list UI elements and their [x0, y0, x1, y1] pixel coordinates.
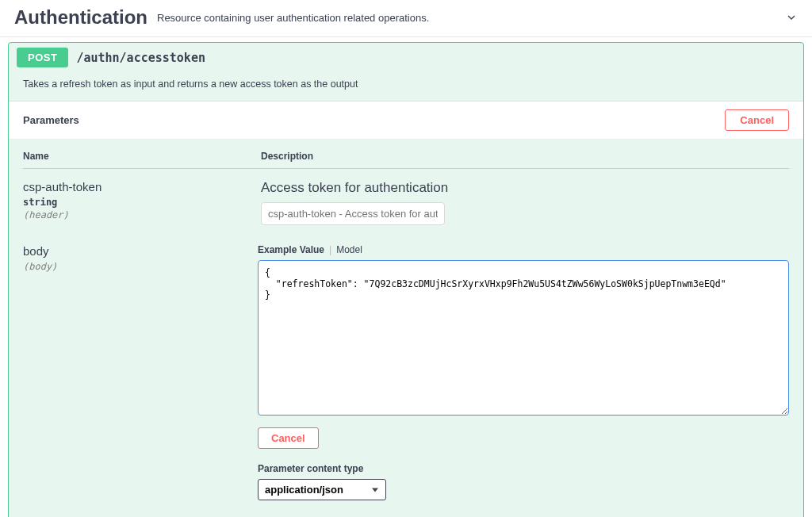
resource-title: Authentication [14, 6, 147, 29]
param-name: body [23, 244, 258, 258]
tab-example-value[interactable]: Example Value [258, 244, 324, 255]
parameter-content-type-label: Parameter content type [258, 463, 789, 474]
parameter-content-type-wrap: application/json [258, 479, 386, 500]
column-header-description: Description [261, 151, 789, 162]
execute-row: Execute [9, 507, 803, 517]
param-name-cell: body (body) [23, 244, 258, 500]
resource-description: Resource containing user authentication … [157, 12, 785, 24]
table-row: csp-auth-token string (header) Access to… [23, 177, 789, 241]
parameters-bar: Parameters Cancel [9, 101, 803, 140]
param-location: (body) [23, 261, 258, 272]
column-header-name: Name [23, 151, 261, 162]
parameters-table: Name Description csp-auth-token string (… [9, 140, 803, 507]
http-method-badge: POST [17, 48, 68, 67]
endpoint-panel: POST /authn/accesstoken Takes a refresh … [8, 42, 804, 517]
endpoint-path: /authn/accesstoken [76, 51, 205, 65]
request-body-textarea[interactable] [258, 260, 789, 416]
param-desc-cell: Example Value|Model Cancel Parameter con… [258, 244, 789, 500]
body-tabs: Example Value|Model [258, 244, 789, 255]
param-location: (header) [23, 209, 261, 220]
chevron-down-icon[interactable] [785, 11, 798, 24]
param-description-title: Access token for authentication [261, 180, 789, 196]
param-desc-cell: Access token for authentication [261, 180, 789, 225]
cancel-try-out-button[interactable]: Cancel [725, 109, 789, 131]
param-name-cell: csp-auth-token string (header) [23, 180, 261, 225]
csp-auth-token-input[interactable] [261, 202, 445, 225]
cancel-body-button[interactable]: Cancel [258, 427, 319, 449]
tab-divider: | [329, 244, 331, 255]
param-type: string [23, 197, 261, 208]
parameters-table-head: Name Description [23, 151, 789, 169]
table-row: body (body) Example Value|Model Cancel P… [23, 241, 789, 504]
parameters-title: Parameters [23, 114, 725, 126]
parameter-content-type-select[interactable]: application/json [258, 479, 386, 500]
body-cancel-row: Cancel [258, 427, 789, 449]
endpoint-description: Takes a refresh token as input and retur… [9, 72, 803, 101]
endpoint-header[interactable]: POST /authn/accesstoken [9, 43, 803, 72]
param-name: csp-auth-token [23, 180, 261, 193]
tab-model[interactable]: Model [336, 244, 362, 255]
resource-header: Authentication Resource containing user … [0, 0, 812, 37]
